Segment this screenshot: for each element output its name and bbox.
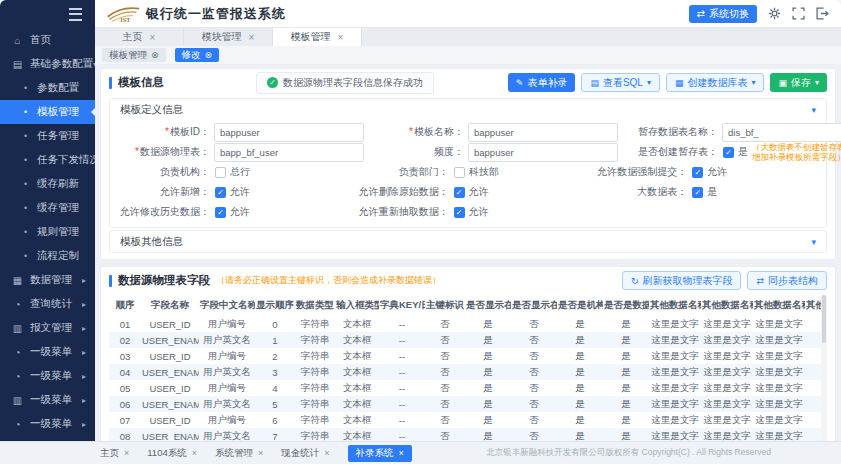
sidebar-item-cache-refresh[interactable]: •缓存刷新 [0,172,95,196]
allow-modify-history-checkbox[interactable]: ✓ [215,207,226,218]
table-row[interactable]: 04USER_ENAME用户英文名3字符串文本框--否是否是是这里是文字这里是文… [109,364,821,380]
sync-structure-button[interactable]: ⇄同步表结构 [747,271,827,290]
breadcrumb-chip-模板管理[interactable]: 模板管理⊗ [102,48,166,62]
v-scroll-thumb[interactable] [822,295,826,343]
table-cell: 是 [603,364,649,380]
save-icon: ▣ [778,78,787,88]
gear-icon[interactable] [768,7,781,20]
template-definition-header[interactable]: 模板定义信息 ▾ [110,99,826,120]
create-db-table-button[interactable]: ▦创建数据库表▾ [666,73,765,92]
sidebar-item-cache-manage[interactable]: •缓存管理 [0,196,95,220]
close-icon[interactable]: × [338,32,344,43]
table-row[interactable]: 08USER_ENAME用户英文名7字符串文本框--否是否是是这里是文字这里是文… [109,428,821,441]
workspace-tab-模板管理[interactable]: 模板管理× [273,28,362,46]
breadcrumb-chip-修改[interactable]: 修改⊗ [175,48,220,62]
system-tab-补录系统[interactable]: 补录系统× [348,445,412,462]
table-cell: 否 [511,412,557,428]
save-button[interactable]: ▣保存▾ [770,73,827,92]
system-switch-button[interactable]: ⇄ 系统切换 [689,5,757,23]
sidebar-item-menu-1[interactable]: ◔一级菜单▸ [0,340,95,364]
form-supplement-button[interactable]: ✎表单补录 [508,73,576,92]
sidebar-item-label: 一级菜单 [30,345,72,359]
data-icon: ▦ [11,275,24,286]
allow-delete-original-checkbox[interactable]: ✓ [454,187,465,198]
template-id-input[interactable] [214,123,364,142]
sidebar-item-task-dispatch[interactable]: •任务下发情况 [0,148,95,172]
menu-collapse-icon[interactable] [69,8,82,21]
sidebar-item-menu-3[interactable]: ▥一级菜单▸ [0,388,95,412]
frequency-input[interactable] [468,143,618,162]
table-row[interactable]: 03USER_ID用户编号2字符串文本框--否是否是是这里是文字这里是文字这里是… [109,348,821,364]
sidebar-item-query-stats[interactable]: ◔查询统计▸ [0,292,95,316]
sidebar-item-home[interactable]: ⌂首页 [0,28,95,52]
sidebar-item-rule-manage[interactable]: •规则管理 [0,220,95,244]
table-row[interactable]: 07USER_ID用户编号6字符串文本框--否是否是是这里是文字这里是文字这里是… [109,412,821,428]
table-cell: 是 [465,364,511,380]
sidebar-item-base-param-config[interactable]: ▤基础参数配置▾ [0,52,95,76]
table-cell: 01 [109,316,141,332]
close-circle-icon[interactable]: ⊗ [205,50,213,60]
fields-warning-note: （请务必正确设置主键标识，否则会造成补录数据错误） [216,274,441,287]
sidebar-item-process-custom[interactable]: •流程定制 [0,244,95,268]
sidebar-item-menu-4[interactable]: ◔一级菜单▸ [0,412,95,436]
sidebar-item-template-manage[interactable]: •模板管理 [0,100,95,124]
close-icon[interactable]: × [150,32,156,43]
big-data-table-checkbox[interactable]: ✓ [692,187,703,198]
close-icon[interactable]: × [249,32,255,43]
collapse-icon[interactable]: ▾ [811,105,816,115]
close-icon[interactable]: × [258,448,263,458]
allow-re-extract-checkbox[interactable]: ✓ [454,207,465,218]
table-row[interactable]: 06USER_ENAME用户英文名5字符串文本框--否是否是是这里是文字这里是文… [109,396,821,412]
close-circle-icon[interactable]: ⊗ [151,50,159,60]
table-row[interactable]: 02USER_ENAME用户英文名1字符串文本框--否是否是是这里是文字这里是文… [109,332,821,348]
collapse-icon[interactable]: ▾ [811,237,816,247]
logout-icon[interactable] [816,7,829,20]
allow-add-checkbox[interactable]: ✓ [215,187,226,198]
allow-force-submit-checkbox[interactable]: ✓ [692,167,703,178]
table-cell: 是 [603,332,649,348]
template-info-card: 模板信息 ✓ 数据源物理表字段信息保存成功 ✎表单补录▤查看SQL▾▦创建数据库… [100,68,836,260]
table-cell: 这里是文字 [649,316,701,332]
column-header: 是否是数据... [603,294,649,316]
tab-label: 模板管理 [291,30,331,44]
table-cell: 是 [603,396,649,412]
datasource-table-input[interactable] [214,143,364,162]
workspace-tab-模块管理[interactable]: 模块管理× [184,28,273,46]
fullscreen-icon[interactable] [792,7,805,20]
table-cell: 否 [511,364,557,380]
responsible-dept-checkbox[interactable] [454,167,465,178]
system-tab-1104系统[interactable]: 1104系统× [147,447,197,460]
column-header: 是否显示在... [465,294,511,316]
sidebar-item-param-config[interactable]: •参数配置 [0,76,95,100]
table-cell: 文本框 [335,412,379,428]
table-cell: 是 [465,316,511,332]
table-row[interactable]: 01USER_ID用户编号0字符串文本框--否是否是是这里是文字这里是文字这里是… [109,316,821,332]
refresh-fields-button[interactable]: ↻刷新获取物理表字段 [622,271,742,290]
sidebar-item-message-manage[interactable]: ▥报文管理▸ [0,316,95,340]
table-row[interactable]: 05USER_ID用户编号4字符串文本框--否是否是是这里是文字这里是文字这里是… [109,380,821,396]
template-other-header[interactable]: 模板其他信息 ▾ [110,231,826,252]
close-icon[interactable]: × [324,448,329,458]
sidebar-item-label: 报文管理 [30,321,72,335]
field-label: 允许重新抽取数据： [349,205,449,219]
close-icon[interactable]: × [192,448,197,458]
template-name-input[interactable] [468,123,618,142]
form-field-temp-table-name: 暂存数据表名称： [618,123,841,142]
workspace-tab-主页[interactable]: 主页× [95,28,184,46]
sidebar-item-data-manage[interactable]: ▦数据管理▸ [0,268,95,292]
sidebar-item-menu-2[interactable]: ◔一级菜单▸ [0,364,95,388]
temp-table-name-input[interactable] [722,123,841,142]
sidebar-item-task-manage[interactable]: •任务管理 [0,124,95,148]
vertical-scrollbar[interactable] [821,294,827,441]
column-header: 顺序 [109,294,141,316]
responsible-org-checkbox[interactable] [215,167,226,178]
save-success-toast: ✓ 数据源物理表字段信息保存成功 [256,72,434,94]
system-tab-现金统计[interactable]: 现金统计× [281,447,329,460]
system-tab-系统管理[interactable]: 系统管理× [215,447,263,460]
create-temp-table-checkbox[interactable]: ✓ [723,147,734,158]
close-icon[interactable]: × [124,448,129,458]
view-sql-button[interactable]: ▤查看SQL▾ [581,73,660,92]
column-header: 其他数据名称 [701,294,753,316]
system-tab-主页[interactable]: 主页× [100,447,129,460]
close-icon[interactable]: × [399,448,404,458]
